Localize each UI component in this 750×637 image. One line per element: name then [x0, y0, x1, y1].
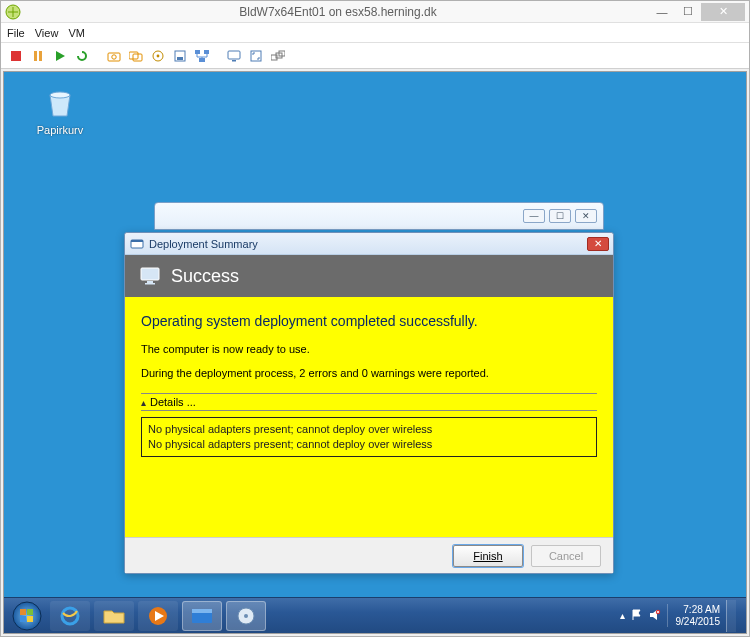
snapshot-manager-icon[interactable] [127, 47, 145, 65]
dialog-header: Success [125, 255, 613, 297]
status-report-line: During the deployment process, 2 errors … [141, 367, 597, 379]
svg-marker-4 [56, 51, 65, 61]
taskbar-explorer[interactable] [94, 601, 134, 631]
svg-rect-3 [39, 51, 42, 61]
svg-rect-2 [34, 51, 37, 61]
svg-rect-1 [11, 51, 21, 61]
tray-time: 7:28 AM [676, 604, 721, 616]
chevron-up-icon: ▴ [141, 397, 146, 408]
recycle-bin-icon [40, 82, 80, 122]
dialog-titlebar[interactable]: Deployment Summary ✕ [125, 233, 613, 255]
ctrl-alt-del-icon[interactable] [269, 47, 287, 65]
svg-point-6 [112, 54, 116, 58]
menu-file[interactable]: File [7, 27, 25, 39]
svg-rect-13 [195, 50, 200, 54]
network-icon[interactable] [193, 47, 211, 65]
details-label: Details ... [150, 396, 196, 408]
svg-rect-18 [251, 51, 261, 61]
svg-rect-15 [199, 58, 205, 62]
bg-maximize-button[interactable]: ☐ [549, 209, 571, 223]
svg-rect-5 [108, 53, 120, 61]
host-title: BldW7x64Ent01 on esx58.herning.dk [27, 5, 649, 19]
bg-minimize-button[interactable]: — [523, 209, 545, 223]
minimize-button[interactable]: — [649, 3, 675, 21]
svg-rect-26 [147, 281, 153, 283]
svg-rect-17 [232, 60, 236, 62]
svg-rect-16 [228, 51, 240, 59]
power-on-icon[interactable] [51, 47, 69, 65]
svg-rect-30 [27, 609, 33, 615]
vsphere-console-window: BldW7x64Ent01 on esx58.herning.dk — ☐ ✕ … [0, 0, 750, 637]
taskbar-ie[interactable] [50, 601, 90, 631]
taskbar-app-1[interactable] [182, 601, 222, 631]
svg-rect-32 [27, 616, 33, 622]
start-button[interactable] [8, 600, 46, 632]
deployment-summary-dialog: Deployment Summary ✕ Success Operating s… [124, 232, 614, 574]
recycle-bin[interactable]: Papirkurv [30, 82, 90, 136]
power-off-icon[interactable] [7, 47, 25, 65]
dialog-body: Operating system deployment completed su… [125, 297, 613, 537]
snapshot-icon[interactable] [105, 47, 123, 65]
svg-point-39 [244, 614, 248, 618]
svg-rect-31 [20, 616, 26, 622]
svg-rect-29 [20, 609, 26, 615]
tray-chevron-icon[interactable]: ▴ [620, 610, 625, 621]
menubar: File View VM [1, 23, 749, 43]
svg-rect-12 [177, 57, 183, 60]
background-window-titlebar: — ☐ ✕ [154, 202, 604, 230]
computer-icon [139, 265, 161, 287]
taskbar-media-player[interactable] [138, 601, 178, 631]
recycle-bin-label: Papirkurv [30, 124, 90, 136]
fullscreen-icon[interactable] [247, 47, 265, 65]
detail-row: No physical adapters present; cannot dep… [148, 437, 590, 452]
guest-desktop: Papirkurv — ☐ ✕ Deployment Summary ✕ [3, 71, 747, 634]
svg-rect-24 [131, 240, 143, 242]
tray-clock[interactable]: 7:28 AM 9/24/2015 [667, 604, 721, 627]
details-expander[interactable]: ▴ Details ... [141, 393, 597, 411]
window-buttons: — ☐ ✕ [649, 3, 745, 21]
detail-row: No physical adapters present; cannot dep… [148, 422, 590, 437]
taskbar-app-2[interactable] [226, 601, 266, 631]
show-desktop-button[interactable] [726, 600, 736, 632]
floppy-icon[interactable] [171, 47, 189, 65]
console-icon[interactable] [225, 47, 243, 65]
status-subline: The computer is now ready to use. [141, 343, 597, 355]
tray-date: 9/24/2015 [676, 616, 721, 628]
host-titlebar: BldW7x64Ent01 on esx58.herning.dk — ☐ ✕ [1, 1, 749, 23]
taskbar: ▴ 7:28 AM 9/24/2015 [4, 597, 746, 633]
dialog-title-text: Deployment Summary [149, 238, 258, 250]
tray-volume-icon[interactable] [649, 609, 661, 623]
vsphere-icon [5, 4, 21, 20]
dialog-footer: Finish Cancel [125, 537, 613, 573]
toolbar [1, 43, 749, 69]
svg-point-10 [157, 54, 160, 57]
svg-point-22 [50, 92, 70, 98]
svg-rect-14 [204, 50, 209, 54]
finish-button[interactable]: Finish [453, 545, 523, 567]
system-tray: ▴ 7:28 AM 9/24/2015 [620, 600, 743, 632]
close-button[interactable]: ✕ [701, 3, 745, 21]
status-headline: Operating system deployment completed su… [141, 313, 597, 329]
dialog-icon [129, 236, 145, 252]
details-list: No physical adapters present; cannot dep… [141, 417, 597, 457]
dialog-header-text: Success [171, 266, 239, 287]
svg-rect-25 [141, 268, 159, 280]
reset-icon[interactable] [73, 47, 91, 65]
suspend-icon[interactable] [29, 47, 47, 65]
cd-icon[interactable] [149, 47, 167, 65]
menu-vm[interactable]: VM [68, 27, 85, 39]
bg-close-button[interactable]: ✕ [575, 209, 597, 223]
svg-rect-27 [145, 283, 155, 285]
tray-flag-icon[interactable] [631, 609, 643, 623]
svg-rect-37 [192, 609, 212, 613]
dialog-close-button[interactable]: ✕ [587, 237, 609, 251]
menu-view[interactable]: View [35, 27, 59, 39]
cancel-button: Cancel [531, 545, 601, 567]
maximize-button[interactable]: ☐ [675, 3, 701, 21]
